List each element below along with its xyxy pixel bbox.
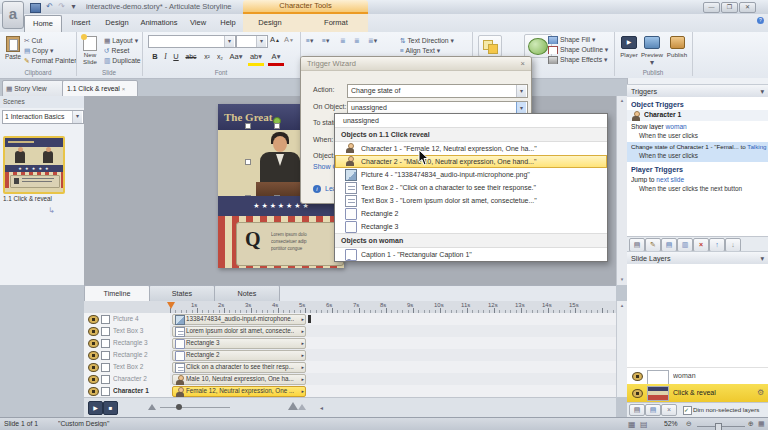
dropdown-item-unassigned[interactable]: unassigned (335, 114, 607, 127)
timeline-object-bar[interactable]: Click on a character to see their resp..… (172, 362, 306, 373)
visibility-eye-icon[interactable] (88, 363, 99, 372)
zoom-in-large-icon[interactable] (288, 402, 298, 410)
numbering-button[interactable] (322, 36, 329, 45)
publish-button[interactable]: Publish (666, 35, 688, 65)
trigger-slide-link[interactable]: next slide (656, 176, 684, 183)
new-slide-button[interactable]: New Slide (79, 35, 101, 69)
change-case-button[interactable]: Aa (228, 51, 244, 63)
move-trigger-up-button[interactable]: ↑ (709, 238, 725, 252)
bullets-button[interactable] (306, 36, 313, 45)
expand-bar-icon[interactable] (301, 351, 304, 359)
zoom-slider-thumb[interactable] (715, 423, 722, 430)
timeline-object-bar[interactable]: Male 10, Neutral expression, One ha... (172, 374, 306, 385)
trigger-show-layer[interactable]: Show layer woman (631, 123, 764, 130)
dropdown-item-caption1[interactable]: Caption 1 - "Rectangular Caption 1" (335, 248, 607, 261)
lock-checkbox[interactable] (101, 339, 110, 348)
canvas-scrollbar[interactable]: ▴▾ (616, 96, 627, 285)
layout-button[interactable]: Layout (104, 36, 142, 45)
visibility-eye-icon[interactable] (88, 375, 99, 384)
articulate-logo-icon[interactable]: a (2, 1, 24, 29)
paste-trigger-button[interactable] (677, 238, 693, 252)
tab-character-design[interactable]: Design (250, 15, 290, 31)
lock-checkbox[interactable] (101, 351, 110, 360)
tab-help[interactable]: Help (214, 15, 242, 31)
zoom-out-small-icon[interactable] (148, 404, 156, 410)
delete-layer-button[interactable] (661, 404, 677, 416)
font-size-combobox[interactable] (236, 35, 268, 48)
view-normal-icon[interactable] (628, 420, 636, 429)
tab-home[interactable]: Home (24, 15, 62, 32)
timeline-zoom-thumb[interactable] (176, 404, 182, 410)
dropdown-item-picture4[interactable]: Picture 4 - "1338474834_audio-input-micr… (335, 168, 607, 181)
shrink-font-button[interactable]: A▼ (282, 34, 296, 46)
tab-insert[interactable]: Insert (64, 15, 98, 31)
scroll-left-icon[interactable]: ◂ (320, 404, 323, 411)
trigger-change-state[interactable]: Change state of Character 1 - "Femal... … (627, 142, 768, 162)
save-icon[interactable] (30, 3, 41, 13)
move-trigger-down-button[interactable]: ↓ (725, 238, 741, 252)
timeline-object-bar[interactable]: Female 12, Neutral expression, One ... (172, 386, 306, 397)
scene-slide-label[interactable]: 1.1 Click & reveal (3, 195, 81, 202)
decrease-indent-button[interactable] (340, 36, 346, 45)
increase-indent-button[interactable] (354, 36, 360, 45)
maximize-button[interactable]: ❐ (721, 2, 738, 13)
layer-visibility-icon[interactable] (632, 389, 643, 398)
view-story-icon[interactable] (640, 420, 648, 429)
layer-visibility-icon[interactable] (632, 372, 643, 381)
lock-checkbox[interactable] (101, 327, 110, 336)
align-text-button[interactable]: Align Text (400, 46, 470, 55)
tab-view[interactable]: View (184, 15, 212, 31)
timeline-object-bar[interactable]: Rectangle 2 (172, 350, 306, 361)
underline-button[interactable]: U (171, 51, 181, 63)
fit-to-window-icon[interactable] (758, 420, 765, 428)
close-tab-icon[interactable] (122, 86, 126, 92)
expand-bar-icon[interactable] (301, 387, 304, 395)
dropdown-item-textbox2[interactable]: Text Box 2 - "Click on a character to se… (335, 181, 607, 194)
visibility-eye-icon[interactable] (88, 387, 99, 396)
shape-effects-button[interactable]: Shape Effects (548, 55, 614, 64)
dim-layers-checkbox[interactable] (683, 406, 692, 415)
timeline-object-bar[interactable]: Rectangle 3 (172, 338, 306, 349)
layer-row-woman[interactable]: woman (627, 367, 768, 385)
bold-button[interactable]: B (150, 51, 160, 63)
preview-button[interactable]: Preview (641, 35, 663, 69)
highlight-color-button[interactable]: ab (248, 51, 264, 66)
help-icon[interactable]: ? (757, 17, 764, 24)
visibility-eye-icon[interactable] (88, 339, 99, 348)
dropdown-item-rectangle3[interactable]: Rectangle 3 (335, 220, 607, 233)
tab-design[interactable]: Design (100, 15, 134, 31)
playhead-icon[interactable] (167, 302, 175, 309)
format-painter-button[interactable]: Format Painter (24, 56, 76, 65)
dialog-close-icon[interactable] (521, 57, 525, 70)
line-spacing-button[interactable] (368, 36, 377, 45)
font-name-combobox[interactable] (148, 35, 236, 48)
layer-gear-icon[interactable] (757, 388, 764, 397)
superscript-button[interactable]: x² (201, 51, 213, 63)
shape-fill-button[interactable]: Shape Fill (548, 35, 610, 44)
paste-button[interactable]: Paste (4, 35, 22, 67)
expand-bar-icon[interactable] (301, 327, 304, 335)
zoom-out-icon[interactable]: ⊖ (686, 420, 692, 428)
scene-selector[interactable]: 1 Interaction Basics (2, 110, 84, 124)
expand-bar-icon[interactable] (301, 375, 304, 383)
selection-box[interactable] (248, 126, 304, 198)
duplicate-layer-button[interactable] (645, 404, 661, 416)
lock-checkbox[interactable] (101, 375, 110, 384)
text-direction-button[interactable]: Text Direction (400, 36, 470, 45)
arrange-button[interactable] (478, 35, 502, 57)
visibility-eye-icon[interactable] (88, 351, 99, 360)
lock-checkbox[interactable] (101, 363, 110, 372)
italic-button[interactable]: I (161, 51, 170, 63)
tab-states[interactable]: States (149, 285, 215, 302)
tab-notes[interactable]: Notes (214, 285, 280, 302)
trigger-layer-link[interactable]: woman (665, 123, 686, 130)
action-combobox[interactable]: Change state of (347, 84, 528, 98)
tab-timeline[interactable]: Timeline (84, 285, 150, 302)
duplicate-button[interactable]: Duplicate (104, 56, 142, 65)
stop-button[interactable] (103, 401, 118, 415)
on-object-dropdown[interactable]: unassigned Objects on 1.1 Click reveal C… (334, 113, 608, 262)
player-button[interactable]: Player (619, 35, 639, 65)
cut-button[interactable]: Cut (24, 36, 74, 45)
zoom-slider[interactable] (697, 426, 745, 427)
timeline-object-bar[interactable]: 1338474834_audio-input-microphone.... (172, 314, 306, 325)
